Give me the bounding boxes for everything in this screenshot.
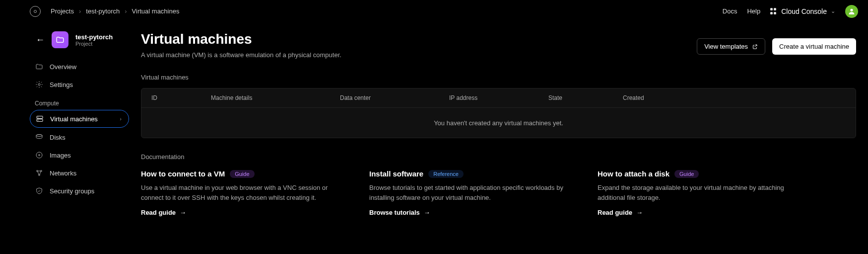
badge-guide: Guide	[230, 170, 254, 178]
network-icon	[35, 169, 43, 177]
project-icon	[52, 31, 68, 48]
badge-guide: Guide	[674, 170, 699, 178]
project-name: test-pytorch	[75, 33, 113, 41]
disk-icon	[35, 133, 43, 141]
breadcrumb-group: Projects › test-pytorch › Virtual machin…	[30, 6, 182, 17]
breadcrumb-projects[interactable]: Projects	[48, 6, 77, 16]
top-bar: Projects › test-pytorch › Virtual machin…	[0, 0, 868, 22]
doc-card-desc: Browse tutorials to get started with app…	[369, 183, 568, 202]
doc-card-title: How to attach a disk	[598, 169, 669, 178]
folder-icon	[35, 63, 43, 71]
th-data-center: Data center	[340, 94, 449, 101]
chevron-right-icon: ›	[79, 7, 81, 15]
sidebar-item-label: Security groups	[50, 187, 94, 195]
view-templates-button[interactable]: View templates	[697, 38, 765, 55]
arrow-right-icon: →	[424, 209, 430, 216]
chevron-right-icon: ›	[120, 116, 122, 122]
arrow-right-icon: →	[180, 209, 186, 216]
doc-card-connect: How to connect to a VM Guide Use a virtu…	[141, 169, 339, 216]
doc-card-desc: Expand the storage available to your vir…	[598, 183, 796, 202]
svg-rect-3	[37, 119, 43, 122]
sidebar-item-label: Networks	[50, 169, 76, 177]
th-ip-address: IP address	[449, 94, 548, 101]
chevron-right-icon: ›	[125, 7, 127, 15]
doc-card-title: How to connect to a VM	[141, 169, 225, 178]
doc-card-disk: How to attach a disk Guide Expand the st…	[598, 169, 796, 216]
page-subtitle: A virtual machine (VM) is a software emu…	[141, 51, 341, 59]
doc-card-desc: Use a virtual machine in your web browse…	[141, 183, 339, 202]
sidebar-item-settings[interactable]: Settings	[30, 76, 129, 93]
sidebar-item-images[interactable]: Images	[30, 147, 129, 164]
project-subtitle: Project	[75, 41, 113, 47]
apps-grid-icon	[770, 8, 777, 15]
svg-point-7	[36, 152, 42, 158]
svg-point-5	[38, 120, 38, 121]
folder-icon	[56, 35, 65, 44]
doc-card-link[interactable]: Browse tutorials →	[369, 209, 430, 216]
sidebar-item-security[interactable]: Security groups	[30, 182, 129, 199]
arrow-right-icon: →	[636, 209, 643, 216]
docs-link[interactable]: Docs	[723, 7, 737, 15]
help-link[interactable]: Help	[747, 7, 760, 15]
th-created: Created	[623, 94, 682, 101]
link-label: Read guide	[598, 209, 632, 216]
gear-icon	[35, 81, 43, 88]
th-state: State	[548, 94, 623, 101]
sidebar-item-overview[interactable]: Overview	[30, 58, 129, 75]
svg-rect-2	[37, 116, 43, 119]
top-nav-right: Docs Help Cloud Console ⌄	[723, 5, 858, 18]
link-label: Browse tutorials	[369, 209, 420, 216]
sidebar-item-virtual-machines[interactable]: Virtual machines ›	[30, 110, 129, 128]
sidebar-item-label: Settings	[50, 81, 73, 88]
sidebar-item-label: Disks	[50, 134, 66, 141]
person-icon	[848, 7, 856, 15]
main-content: Virtual machines A virtual machine (VM) …	[129, 22, 868, 216]
context-label: Cloud Console	[781, 7, 827, 15]
breadcrumb-current[interactable]: Virtual machines	[129, 6, 183, 16]
user-avatar[interactable]	[845, 5, 858, 18]
sidebar-group-label: Compute	[35, 100, 129, 107]
page-title: Virtual machines	[141, 31, 341, 47]
section-label-docs: Documentation	[141, 153, 856, 161]
sidebar: ← test-pytorch Project Overview Settings…	[30, 22, 129, 216]
svg-point-4	[38, 117, 38, 118]
th-machine-details: Machine details	[211, 94, 340, 101]
breadcrumb-project-name[interactable]: test-pytorch	[83, 6, 123, 16]
sidebar-item-disks[interactable]: Disks	[30, 129, 129, 146]
svg-point-8	[39, 155, 40, 156]
doc-card-link[interactable]: Read guide →	[141, 209, 186, 216]
project-meta: test-pytorch Project	[75, 33, 113, 47]
sidebar-item-networks[interactable]: Networks	[30, 165, 129, 181]
section-label-vms: Virtual machines	[141, 74, 856, 81]
svg-point-0	[850, 8, 853, 11]
external-link-icon	[752, 44, 758, 50]
server-icon	[36, 115, 44, 123]
shield-icon	[35, 187, 43, 195]
sidebar-item-label: Virtual machines	[50, 115, 98, 123]
th-id: ID	[151, 94, 211, 101]
context-switcher[interactable]: Cloud Console ⌄	[770, 7, 835, 15]
svg-point-1	[38, 84, 40, 85]
sidebar-item-label: Overview	[50, 63, 76, 71]
logo-icon[interactable]	[30, 6, 41, 17]
table-header: ID Machine details Data center IP addres…	[141, 88, 856, 108]
back-arrow-icon[interactable]: ←	[36, 35, 45, 45]
table-empty-state: You haven't created any virtual machines…	[141, 108, 856, 138]
svg-point-6	[36, 135, 42, 137]
doc-card-install: Install software Reference Browse tutori…	[369, 169, 568, 216]
create-vm-button[interactable]: Create a virtual machine	[772, 38, 856, 55]
vm-table: ID Machine details Data center IP addres…	[141, 88, 856, 138]
sidebar-item-label: Images	[50, 152, 71, 159]
record-icon	[35, 151, 43, 159]
button-label: Create a virtual machine	[779, 43, 849, 50]
doc-card-link[interactable]: Read guide →	[598, 209, 643, 216]
chevron-down-icon: ⌄	[831, 8, 835, 14]
link-label: Read guide	[141, 209, 176, 216]
doc-card-title: Install software	[369, 169, 423, 178]
button-label: View templates	[704, 43, 748, 50]
badge-reference: Reference	[428, 170, 464, 178]
